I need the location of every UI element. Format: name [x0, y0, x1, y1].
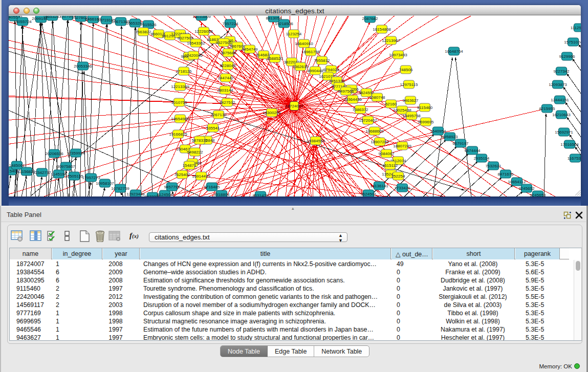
svg-text:16961758: 16961758	[301, 50, 320, 54]
svg-text:7515526: 7515526	[140, 23, 157, 27]
svg-text:15751024: 15751024	[564, 40, 581, 45]
svg-text:7386372: 7386372	[352, 107, 368, 112]
svg-text:8427512: 8427512	[219, 100, 235, 105]
svg-text:8471676: 8471676	[497, 172, 514, 177]
svg-text:2718126: 2718126	[176, 69, 192, 74]
svg-text:16653287: 16653287	[43, 16, 61, 19]
svg-text:6794028: 6794028	[323, 68, 339, 72]
svg-text:1640954: 1640954	[430, 129, 446, 134]
svg-text:1167531: 1167531	[568, 156, 581, 161]
svg-text:16648764: 16648764	[445, 49, 463, 54]
svg-text:535541: 535541	[206, 126, 220, 130]
svg-text:15495758: 15495758	[402, 114, 421, 118]
svg-text:1010755: 1010755	[171, 100, 187, 105]
svg-text:8454749: 8454749	[242, 47, 258, 52]
svg-text:19166825: 19166825	[169, 132, 187, 137]
svg-text:2935114: 2935114	[474, 156, 490, 161]
svg-text:16914479: 16914479	[192, 174, 210, 179]
svg-text:18724007: 18724007	[285, 104, 303, 108]
svg-text:9245652: 9245652	[518, 186, 535, 191]
svg-text:5878335: 5878335	[191, 138, 208, 143]
svg-text:14136141: 14136141	[370, 184, 388, 188]
svg-text:16543362: 16543362	[187, 41, 205, 46]
svg-text:16033809: 16033809	[192, 16, 211, 19]
svg-text:17016504: 17016504	[560, 142, 579, 147]
svg-text:16154808: 16154808	[373, 27, 391, 32]
svg-text:18300295: 18300295	[263, 111, 281, 115]
svg-text:62160: 62160	[385, 102, 397, 106]
svg-text:154871: 154871	[183, 163, 197, 168]
svg-text:20053346: 20053346	[74, 64, 92, 69]
svg-text:1080748: 1080748	[369, 95, 385, 100]
svg-text:252254: 252254	[391, 174, 405, 179]
svg-text:9245653: 9245653	[530, 193, 546, 196]
svg-text:12975115: 12975115	[400, 82, 419, 87]
svg-text:15720407: 15720407	[359, 118, 377, 123]
svg-text:7955812: 7955812	[314, 58, 330, 63]
svg-text:12093873: 12093873	[549, 82, 567, 87]
svg-text:14055724: 14055724	[13, 19, 32, 24]
svg-text:9624501: 9624501	[360, 192, 377, 196]
svg-text:9115460: 9115460	[417, 105, 433, 110]
svg-text:748506: 748506	[399, 68, 413, 72]
svg-text:17359924: 17359924	[67, 151, 85, 156]
svg-text:8228045: 8228045	[220, 63, 236, 68]
svg-text:9699695: 9699695	[418, 120, 434, 124]
svg-text:17957273: 17957273	[82, 176, 100, 180]
svg-text:18807249: 18807249	[393, 144, 411, 148]
svg-text:30975867: 30975867	[57, 164, 75, 169]
svg-text:10688609: 10688609	[365, 129, 384, 134]
svg-text:1123254: 1123254	[286, 32, 302, 36]
svg-text:12213967: 12213967	[382, 38, 400, 43]
svg-text:3875685: 3875685	[220, 51, 236, 55]
svg-text:9474444: 9474444	[464, 148, 481, 153]
svg-text:12444151: 12444151	[551, 98, 569, 102]
svg-text:6497568: 6497568	[338, 89, 354, 94]
svg-text:6679197: 6679197	[452, 141, 469, 146]
svg-text:8958923: 8958923	[442, 135, 458, 139]
svg-text:5498222: 5498222	[187, 150, 203, 155]
svg-text:16640910: 16640910	[295, 41, 313, 46]
svg-text:19654985: 19654985	[171, 117, 189, 121]
svg-text:2588520: 2588520	[267, 56, 283, 61]
svg-text:20364436: 20364436	[343, 97, 362, 102]
svg-text:12342737: 12342737	[33, 170, 51, 175]
svg-text:2087682: 2087682	[362, 16, 378, 21]
svg-text:9457791: 9457791	[164, 185, 180, 189]
svg-text:12213369: 12213369	[171, 84, 189, 89]
svg-text:3267130: 3267130	[210, 113, 227, 117]
svg-text:9463627: 9463627	[402, 98, 419, 103]
svg-text:1362615: 1362615	[292, 64, 309, 69]
svg-text:10958107: 10958107	[96, 181, 114, 186]
svg-text:10973493: 10973493	[389, 53, 407, 57]
svg-text:7663822: 7663822	[135, 30, 151, 34]
svg-text:19218506: 19218506	[275, 21, 293, 26]
svg-text:1485061: 1485061	[9, 163, 25, 168]
svg-text:5716485: 5716485	[204, 185, 220, 189]
svg-text:11125684: 11125684	[571, 26, 581, 30]
svg-text:16210643: 16210643	[552, 113, 571, 117]
svg-text:8215955: 8215955	[539, 106, 555, 111]
svg-text:10654112: 10654112	[508, 180, 527, 184]
svg-text:7625402: 7625402	[174, 172, 190, 177]
svg-text:1447442: 1447442	[217, 76, 234, 80]
svg-text:9084067: 9084067	[378, 151, 395, 156]
svg-text:9129966: 9129966	[559, 54, 575, 59]
svg-text:20206536: 20206536	[45, 151, 63, 156]
svg-text:7357224: 7357224	[222, 21, 238, 26]
svg-text:12505135: 12505135	[65, 174, 83, 179]
svg-text:9227342: 9227342	[553, 69, 570, 74]
svg-text:2803144: 2803144	[217, 88, 233, 93]
svg-text:8990448: 8990448	[307, 69, 323, 73]
svg-text:9318804: 9318804	[213, 192, 230, 196]
svg-text:12226058: 12226058	[194, 29, 213, 34]
svg-text:19384554: 19384554	[307, 139, 325, 143]
svg-text:16782759: 16782759	[111, 186, 129, 191]
svg-text:1733426: 1733426	[394, 186, 410, 190]
svg-text:1145194: 1145194	[51, 172, 67, 177]
svg-text:12923448: 12923448	[126, 192, 145, 196]
svg-text:1615112: 1615112	[382, 163, 398, 168]
svg-text:8124504: 8124504	[157, 192, 173, 196]
svg-text:15692971: 15692971	[555, 130, 573, 135]
svg-text:22420046: 22420046	[184, 53, 203, 58]
